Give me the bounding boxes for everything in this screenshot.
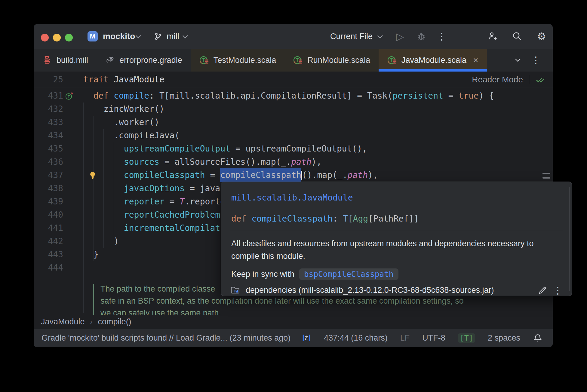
code-text: sources = allSourceFiles().map(_.path), [83,155,321,169]
indent-indicator[interactable]: 2 spaces [488,333,520,343]
tab-testmodule-scala[interactable]: T TestModule.scala [191,49,285,72]
caret-position[interactable]: 437:44 (16 chars) [324,333,388,343]
line-ending-indicator[interactable]: LF [400,333,410,343]
code-text: zincWorker() [83,103,164,116]
doc-options-icon[interactable]: ⋮ [553,285,563,296]
divider [529,75,529,84]
tab-javamodule-scala[interactable]: T JavaModule.scala × [379,49,487,72]
breadcrumb-item-compile[interactable]: compile() [98,317,131,326]
code-text: reporter = T.reporter [83,195,230,208]
code-text: def compile: T[mill.scalalib.api.Compila… [83,89,494,103]
code-line[interactable]: 431 def compile: T[mill.scalalib.api.Com… [34,89,553,103]
editor-tab-bar: build.mill errorprone.gradle T TestModul… [34,49,553,72]
more-actions-button[interactable]: ⋮ [436,31,447,42]
divider [230,230,563,230]
chevron-down-icon [182,35,188,38]
doc-comment-line: we can safely use the same path. [100,307,464,315]
documentation-popup: mill.scalalib.JavaModule def compileClas… [221,182,572,296]
chevron-down-icon [377,35,383,38]
inspections-ok-icon[interactable] [535,75,546,85]
settings-button[interactable]: ⚙ [536,31,547,42]
code-line[interactable]: 436 sources = allSourceFiles().map(_.pat… [34,155,553,169]
tab-build-mill[interactable]: build.mill [34,49,97,72]
code-text: upstreamCompileOutput = upstreamCompileO… [83,142,367,155]
code-text: javacOptions = javacO [83,182,230,195]
macos-minimize-button[interactable] [53,34,61,41]
intention-bulb-icon[interactable] [88,171,97,180]
doc-description: All classfiles and resources from upstre… [231,237,534,262]
tab-label: errorprone.gradle [119,56,182,65]
search-everywhere-button[interactable] [512,31,522,42]
scrollbar-mark[interactable] [542,173,550,174]
svg-text:T: T [390,58,393,63]
bell-icon[interactable] [533,333,542,343]
svg-text:T: T [296,58,299,63]
code-text: reportCachedProblems [83,208,225,222]
doc-comment-line: safe in an BSP context, as the compilati… [100,295,464,307]
project-selector[interactable]: mockito [103,24,135,49]
debug-button[interactable] [416,31,427,42]
line-number: 444 [34,261,63,274]
line-number: 440 [34,208,63,222]
library-folder-icon [230,285,240,296]
code-line[interactable]: 432 zincWorker() [34,103,553,116]
chevron-down-icon [135,35,141,38]
svg-text:T: T [68,94,70,99]
tab-label: RunModule.scala [307,56,370,65]
code-line[interactable]: 433 .worker() [34,116,553,129]
gradle-icon [105,55,115,65]
line-number: 442 [34,235,63,248]
code-line[interactable]: 437 compileClasspath = compileClasspath(… [34,169,553,182]
breadcrumb-item-javamodule[interactable]: JavaModule [41,317,85,326]
svg-text:T: T [202,58,205,63]
scala-trait-icon: T [199,55,209,65]
code-text: .compileJava( [83,129,180,142]
code-with-me-button[interactable] [487,31,498,42]
keyword-trait: trait [83,75,109,84]
tab-label: build.mill [57,56,88,65]
line-number: 437 [34,169,63,182]
tab-list-chevron-icon[interactable] [515,58,521,62]
status-message[interactable]: Gradle 'mockito' build scripts found // … [41,333,290,343]
sync-columns-icon[interactable] [302,333,311,343]
line-number: 433 [34,116,63,129]
scala-trait-icon: T [387,55,397,65]
type-aware-badge[interactable]: [T] [458,333,475,343]
bsp-compile-classpath-chip[interactable]: bspCompileClasspath [299,268,398,280]
overrides-gutter-icon[interactable]: T [65,91,74,100]
branch-icon [153,32,162,41]
line-number: 431 [34,89,63,103]
tab-errorprone-gradle[interactable]: errorprone.gradle [97,49,191,72]
tab-label: TestModule.scala [214,56,276,65]
macos-close-button[interactable] [41,34,49,41]
edit-pencil-icon[interactable] [537,285,548,296]
trait-name: JavaModule [109,75,164,84]
encoding-indicator[interactable]: UTF-8 [422,333,445,343]
popup-scrollbar[interactable] [569,187,570,291]
line-number: 441 [34,222,63,235]
code-text: ) [83,235,119,248]
code-text: } [83,248,99,261]
code-line[interactable]: 435 upstreamCompileOutput = upstreamComp… [34,142,553,155]
line-number: 443 [34,248,63,261]
run-configuration-selector[interactable]: Current File [330,24,373,49]
close-icon[interactable]: × [473,55,478,65]
line-number: 25 [34,72,63,88]
code-line[interactable]: 434 .compileJava( [34,129,553,142]
scrollbar-mark[interactable] [542,177,550,179]
tab-options-icon[interactable]: ⋮ [531,55,541,66]
macos-zoom-button[interactable] [65,34,73,41]
breadcrumb-separator: › [90,318,93,326]
doc-source-label: dependencies (mill-scalalib_2.13-0.12.0-… [246,286,494,295]
gear-icon: ⚙ [537,31,546,42]
doc-class-link[interactable]: mill.scalalib.JavaModule [231,193,353,203]
line-number: 435 [34,142,63,155]
scala-trait-icon: T [293,55,303,65]
doc-signature: def compileClasspath: T[Agg[PathRef]] [231,214,419,224]
sticky-line[interactable]: 25 trait JavaModule Reader Mode [34,72,553,88]
run-button[interactable]: ▷ [395,31,405,42]
reader-mode-toggle[interactable]: Reader Mode [472,75,523,84]
line-number: 438 [34,182,63,195]
branch-selector[interactable]: mill [167,24,179,49]
tab-runmodule-scala[interactable]: T RunModule.scala [284,49,379,72]
